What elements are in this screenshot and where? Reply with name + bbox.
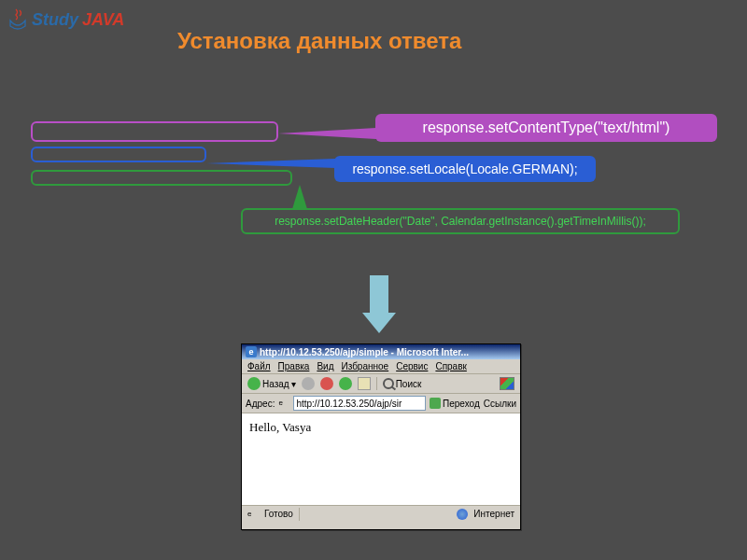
status-page-icon: e <box>247 509 259 520</box>
go-button[interactable]: Переход <box>430 398 480 409</box>
forward-button[interactable] <box>302 377 315 390</box>
browser-content: Hello, Vasya <box>242 413 520 505</box>
callout-date-header: response.setDateHeader("Date", Calendar.… <box>241 208 680 234</box>
logo-text-java: JAVA <box>82 10 124 30</box>
browser-menu[interactable]: Файл Правка Вид Избранное Сервис Справк <box>242 359 520 374</box>
status-divider <box>299 508 300 521</box>
stop-button[interactable] <box>320 377 333 390</box>
callout-tail-green <box>292 185 307 209</box>
browser-address-bar: Адрес: e Переход Ссылки <box>242 394 520 413</box>
code-placeholder-purple <box>31 121 278 142</box>
menu-file[interactable]: Файл <box>247 361 271 371</box>
browser-titlebar: e http://10.12.53.250/ajp/simple - Micro… <box>242 344 520 359</box>
code-placeholder-blue <box>31 147 206 162</box>
links-label[interactable]: Ссылки <box>484 399 516 409</box>
back-button[interactable]: Назад ▾ <box>247 377 296 390</box>
back-arrow-icon <box>247 377 261 390</box>
menu-view[interactable]: Вид <box>317 361 333 371</box>
refresh-button[interactable] <box>339 377 352 390</box>
status-net: Интернет <box>473 509 514 519</box>
down-arrow-icon <box>362 275 396 333</box>
java-cup-icon <box>7 7 28 32</box>
search-label: Поиск <box>396 379 422 389</box>
toolbar-divider <box>376 377 377 390</box>
callout-tail-blue <box>206 159 335 168</box>
globe-icon <box>457 509 468 520</box>
page-title: Установка данных ответа <box>177 28 461 54</box>
back-label: Назад <box>262 379 289 389</box>
search-button[interactable]: Поиск <box>383 378 422 389</box>
browser-statusbar: e Готово Интернет <box>242 505 520 522</box>
browser-window: e http://10.12.53.250/ajp/simple - Micro… <box>241 343 521 530</box>
go-icon <box>430 398 441 409</box>
page-icon: e <box>278 398 289 409</box>
ie-logo-icon <box>500 377 514 390</box>
logo-text-study: Study <box>32 10 78 30</box>
search-icon <box>383 378 394 389</box>
browser-title-text: http://10.12.53.250/ajp/simple - Microso… <box>260 347 469 357</box>
home-button[interactable] <box>358 377 371 390</box>
code-placeholder-green <box>31 170 292 186</box>
logo: Study JAVA <box>7 7 124 32</box>
menu-tools[interactable]: Сервис <box>396 361 428 371</box>
callout-content-type: response.setContentType("text/html") <box>375 114 717 142</box>
callout-tail-purple <box>278 128 376 139</box>
menu-edit[interactable]: Правка <box>278 361 310 371</box>
go-label: Переход <box>443 399 480 409</box>
menu-favorites[interactable]: Избранное <box>341 361 388 371</box>
callout-locale: response.setLocale(Locale.GERMAN); <box>334 156 596 182</box>
ie-icon: e <box>246 346 257 357</box>
menu-help[interactable]: Справк <box>435 361 466 371</box>
page-body-text: Hello, Vasya <box>249 420 311 434</box>
browser-toolbar: Назад ▾ Поиск <box>242 374 520 394</box>
address-input[interactable] <box>293 396 426 411</box>
address-label: Адрес: <box>246 399 275 409</box>
status-ready: Готово <box>264 509 293 519</box>
